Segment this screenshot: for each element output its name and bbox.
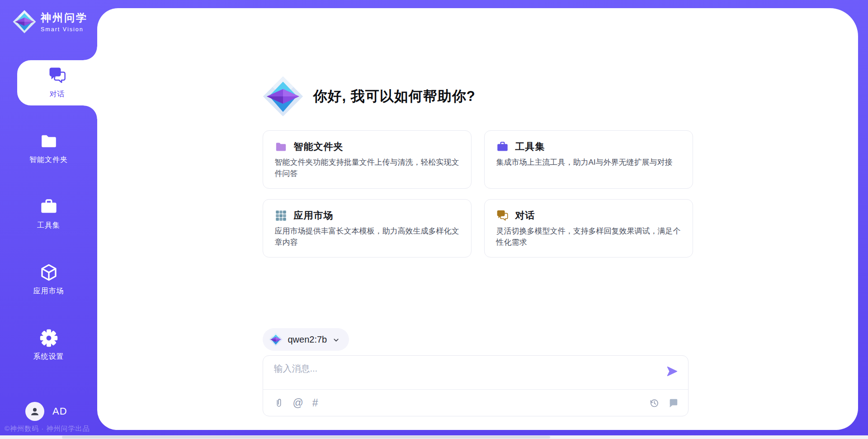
grid-icon xyxy=(275,210,287,222)
sidebar-item-chat[interactable]: 对话 xyxy=(17,60,97,105)
sidebar-item-label: 智能文件夹 xyxy=(29,155,68,165)
user-profile[interactable]: AD xyxy=(25,402,67,421)
card-smart-folder[interactable]: 智能文件夹 智能文件夹功能支持批量文件上传与清洗，轻松实现文件问答 xyxy=(263,130,472,189)
avatar xyxy=(25,402,44,421)
composer-toolbar: @ # xyxy=(274,390,678,416)
sidebar-item-toolset[interactable]: 工具集 xyxy=(0,191,97,237)
attachment-icon[interactable] xyxy=(274,398,284,408)
hero-gem-icon xyxy=(263,76,303,117)
composer-right-tools xyxy=(649,398,678,408)
person-icon xyxy=(29,406,40,417)
card-description: 灵活切换多模型文件，支持多样回复效果调试，满足个性化需求 xyxy=(496,226,681,248)
model-selector-row: qwen2:7b xyxy=(263,328,693,351)
card-app-market[interactable]: 应用市场 应用市场提供丰富长文本模板，助力高效生成多样化文章内容 xyxy=(263,199,472,258)
brand-name: 神州问学 xyxy=(41,11,88,25)
sidebar-item-label: 系统设置 xyxy=(33,352,64,362)
card-chat[interactable]: 对话 灵活切换多模型文件，支持多样回复效果调试，满足个性化需求 xyxy=(484,199,693,258)
card-description: 智能文件夹功能支持批量文件上传与清洗，轻松实现文件问答 xyxy=(275,157,459,179)
quick-phrase-icon[interactable] xyxy=(668,398,678,408)
history-icon[interactable] xyxy=(649,398,659,408)
message-input[interactable] xyxy=(274,363,654,385)
card-title: 智能文件夹 xyxy=(294,140,344,153)
card-title: 对话 xyxy=(515,209,535,222)
model-selector[interactable]: qwen2:7b xyxy=(263,328,349,351)
model-gem-icon xyxy=(269,333,283,346)
greeting-title: 你好, 我可以如何帮助你? xyxy=(313,87,476,106)
cube-icon xyxy=(40,263,58,282)
sidebar-nav: 对话 智能文件夹 工具集 应用市场 系统设置 xyxy=(0,60,97,388)
main-panel: 你好, 我可以如何帮助你? 智能文件夹 智能文件夹功能支持批量文件上传与清洗，轻… xyxy=(97,8,858,430)
sidebar-item-app-market[interactable]: 应用市场 xyxy=(0,257,97,302)
hashtag-icon[interactable]: # xyxy=(312,398,318,408)
card-title: 工具集 xyxy=(515,140,545,153)
sidebar: 神州问学 Smart Vision 对话 智能文件夹 工具集 应用市场 系统设置 xyxy=(0,0,97,439)
brand-gem-icon xyxy=(13,10,36,33)
toolbox-icon xyxy=(496,141,509,153)
scrollbar-thumb[interactable] xyxy=(62,436,550,439)
feature-cards: 智能文件夹 智能文件夹功能支持批量文件上传与清洗，轻松实现文件问答 工具集 集成… xyxy=(263,130,693,258)
sidebar-item-label: 对话 xyxy=(50,90,65,99)
chat-icon xyxy=(496,210,509,222)
folder-icon xyxy=(40,132,58,150)
user-name: AD xyxy=(52,406,67,417)
brand-subtitle: Smart Vision xyxy=(41,26,88,33)
mention-icon[interactable]: @ xyxy=(293,398,303,408)
card-description: 应用市场提供丰富长文本模板，助力高效生成多样化文章内容 xyxy=(275,226,459,248)
greeting-block: 你好, 我可以如何帮助你? xyxy=(263,76,693,117)
card-title: 应用市场 xyxy=(294,209,334,222)
send-icon[interactable] xyxy=(666,365,678,377)
model-name: qwen2:7b xyxy=(288,334,327,345)
card-toolset[interactable]: 工具集 集成市场上主流工具，助力AI与外界无缝扩展与对接 xyxy=(484,130,693,189)
card-description: 集成市场上主流工具，助力AI与外界无缝扩展与对接 xyxy=(496,157,681,168)
horizontal-scrollbar[interactable] xyxy=(0,435,868,439)
folder-icon xyxy=(275,141,287,153)
brand-logo: 神州问学 Smart Vision xyxy=(13,10,88,33)
sidebar-item-label: 应用市场 xyxy=(33,286,64,296)
chevron-down-icon xyxy=(332,336,340,344)
sidebar-item-settings[interactable]: 系统设置 xyxy=(0,323,97,368)
copyright-text: ©神州数码 · 神州问学出品 xyxy=(5,425,90,433)
composer-left-tools: @ # xyxy=(274,398,318,408)
chat-icon xyxy=(48,67,66,85)
sidebar-item-label: 工具集 xyxy=(37,221,60,230)
sidebar-item-smart-folder[interactable]: 智能文件夹 xyxy=(0,126,97,171)
gear-icon xyxy=(40,329,58,347)
message-composer: @ # xyxy=(263,355,689,416)
toolbox-icon xyxy=(40,198,58,216)
